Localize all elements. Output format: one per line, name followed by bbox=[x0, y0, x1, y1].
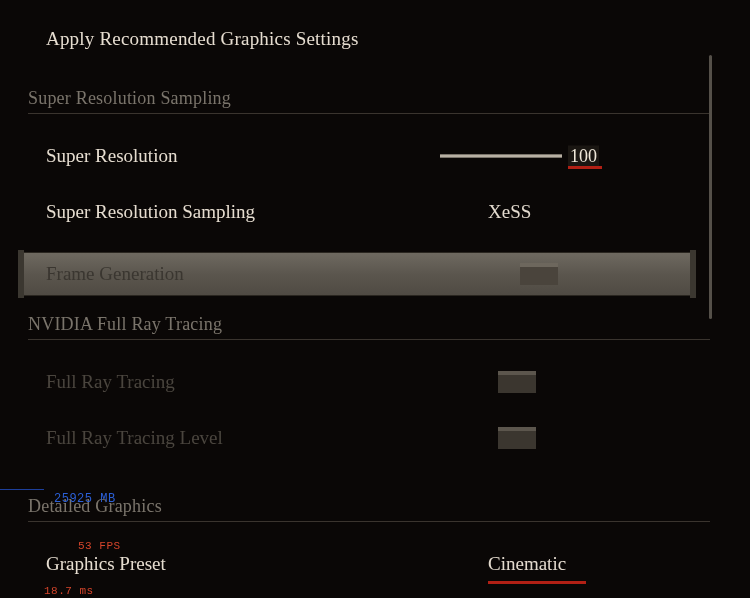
slider-fill bbox=[440, 155, 562, 158]
section-header-detailed: Detailed Graphics bbox=[28, 496, 750, 517]
row-full-ray-tracing[interactable]: Full Ray Tracing bbox=[0, 354, 750, 410]
value-underline bbox=[488, 581, 586, 584]
section-header-srs: Super Resolution Sampling bbox=[28, 88, 750, 109]
section-header-detailed-label: Detailed Graphics bbox=[28, 496, 162, 516]
srs-mode-value: XeSS bbox=[488, 201, 531, 223]
apply-recommended-button[interactable]: Apply Recommended Graphics Settings bbox=[0, 0, 750, 50]
super-resolution-value: 100 bbox=[568, 146, 599, 167]
full-ray-tracing-toggle[interactable] bbox=[498, 371, 536, 393]
value-underline bbox=[568, 166, 602, 169]
row-super-resolution[interactable]: Super Resolution 100 bbox=[0, 128, 750, 184]
srs-mode-label: Super Resolution Sampling bbox=[46, 201, 436, 223]
settings-panel: Apply Recommended Graphics Settings Supe… bbox=[0, 0, 750, 598]
row-srs-mode[interactable]: Super Resolution Sampling XeSS bbox=[0, 184, 750, 240]
super-resolution-label: Super Resolution bbox=[46, 145, 436, 167]
apply-recommended-label: Apply Recommended Graphics Settings bbox=[46, 28, 359, 49]
section-header-rt-label: NVIDIA Full Ray Tracing bbox=[28, 314, 222, 334]
frame-generation-toggle[interactable] bbox=[520, 263, 558, 285]
slider-track[interactable] bbox=[440, 155, 562, 158]
graphics-preset-value: Cinematic bbox=[488, 553, 566, 575]
super-resolution-slider[interactable]: 100 bbox=[440, 146, 599, 167]
row-full-ray-tracing-level[interactable]: Full Ray Tracing Level bbox=[0, 410, 750, 466]
graphics-preset-label: Graphics Preset bbox=[46, 553, 436, 575]
full-ray-tracing-level-label: Full Ray Tracing Level bbox=[46, 427, 436, 449]
row-frame-generation[interactable]: Frame Generation bbox=[22, 252, 692, 296]
section-header-srs-label: Super Resolution Sampling bbox=[28, 88, 231, 108]
row-graphics-preset[interactable]: Graphics Preset Cinematic bbox=[0, 536, 750, 592]
full-ray-tracing-label: Full Ray Tracing bbox=[46, 371, 436, 393]
full-ray-tracing-level-toggle[interactable] bbox=[498, 427, 536, 449]
frame-generation-label: Frame Generation bbox=[46, 263, 436, 285]
section-header-rt: NVIDIA Full Ray Tracing bbox=[28, 314, 750, 335]
debug-line bbox=[0, 489, 44, 490]
